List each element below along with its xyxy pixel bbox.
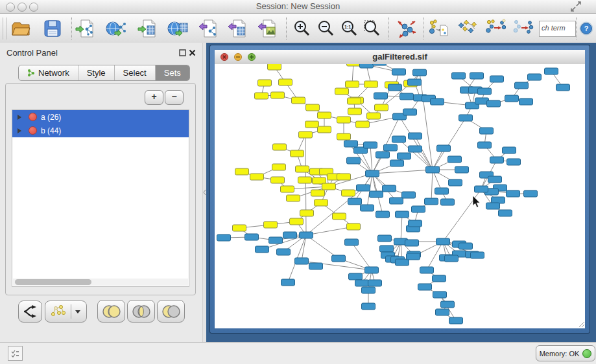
graph-node[interactable] [255,93,268,99]
graph-node[interactable] [426,166,440,173]
graph-node[interactable] [384,144,398,151]
graph-node[interactable] [269,237,283,244]
graph-node[interactable] [233,225,246,231]
export-image-button[interactable] [256,17,278,40]
select-first-neighbors-button[interactable] [456,17,478,40]
graph-node[interactable] [480,128,494,134]
network-canvas[interactable] [215,64,585,328]
graph-node[interactable] [455,166,469,173]
network-view[interactable] [215,64,585,328]
graph-node[interactable] [409,133,422,139]
graph-node[interactable] [298,177,312,183]
graph-node[interactable] [309,263,323,269]
graph-node[interactable] [407,253,420,260]
graph-node[interactable] [347,64,361,66]
graph-node[interactable] [374,93,388,99]
graph-node[interactable] [295,258,309,264]
graph-node[interactable] [490,76,504,82]
network-from-selection-button[interactable] [427,17,449,40]
set-row[interactable]: a (26) [12,110,189,124]
graph-node[interactable] [256,246,269,253]
graph-node[interactable] [524,190,538,197]
graph-node[interactable] [392,69,406,75]
zoom-in-button[interactable] [291,17,313,40]
scrollbar-thumb[interactable] [15,279,91,285]
graph-node[interactable] [277,249,291,255]
graph-node[interactable] [431,98,444,105]
graph-node[interactable] [420,267,434,273]
graph-node[interactable] [413,69,427,76]
graph-node[interactable] [347,157,361,164]
graph-node[interactable] [388,84,402,91]
graph-node[interactable] [545,68,558,74]
graph-node[interactable] [287,195,300,201]
frame-titlebar[interactable]: galFiltered.sif [215,50,585,65]
graph-node[interactable] [245,234,259,240]
graph-node[interactable] [290,218,304,225]
graph-node[interactable] [333,213,346,220]
intersect-sets-button[interactable] [127,300,155,323]
graph-node[interactable] [390,198,403,204]
graph-node[interactable] [355,280,369,286]
import-network-file-button[interactable] [74,17,96,40]
graph-node[interactable] [332,255,346,262]
graph-node[interactable] [273,144,287,150]
graph-node[interactable] [436,238,450,245]
graph-node[interactable] [528,74,542,80]
graph-node[interactable] [368,280,382,286]
graph-node[interactable] [367,113,381,119]
graph-node[interactable] [390,160,404,166]
graph-node[interactable] [299,131,313,138]
memory-status-button[interactable]: Memory: OK [536,345,595,361]
resize-grip-icon[interactable] [579,322,584,327]
window-zoom-button[interactable] [29,3,38,12]
help-button[interactable]: ? [578,17,595,40]
graph-node[interactable] [272,164,286,170]
graph-node[interactable] [433,291,447,298]
show-all-button[interactable] [512,17,534,40]
create-set-from-network-button[interactable] [45,301,87,323]
graph-node[interactable] [361,205,374,211]
window-close-button[interactable] [6,3,15,12]
graph-node[interactable] [305,121,319,128]
graph-node[interactable] [470,73,484,79]
graph-node[interactable] [436,309,449,315]
graph-node[interactable] [503,147,516,154]
graph-node[interactable] [362,287,375,293]
graph-node[interactable] [281,279,295,286]
set-row[interactable]: b (44) [12,124,189,137]
close-panel-icon[interactable] [189,49,196,56]
graph-node[interactable] [370,191,383,198]
graph-node[interactable] [507,190,520,197]
graph-node[interactable] [409,220,422,227]
open-session-button[interactable] [10,17,32,40]
graph-node[interactable] [448,156,462,163]
zoom-selected-button[interactable] [361,17,383,40]
graph-node[interactable] [235,168,249,175]
graph-node[interactable] [349,273,363,280]
graph-node[interactable] [402,192,416,198]
graph-node[interactable] [425,198,438,205]
graph-node[interactable] [396,211,409,218]
graph-node[interactable] [441,301,455,308]
graph-node[interactable] [364,81,378,87]
graph-node[interactable] [507,159,521,165]
graph-node[interactable] [364,142,377,148]
import-network-url-button[interactable] [105,17,127,40]
graph-node[interactable] [405,240,419,246]
graph-node[interactable] [373,64,387,65]
hide-selected-button[interactable] [484,17,507,40]
graph-node[interactable] [300,210,314,216]
graph-node[interactable] [378,235,392,242]
graph-node[interactable] [264,222,278,228]
graph-node[interactable] [398,153,411,159]
graph-node[interactable] [392,136,406,142]
remove-set-button[interactable]: − [165,90,184,105]
save-session-button[interactable] [42,17,64,40]
graph-node[interactable] [478,88,492,95]
graph-node[interactable] [375,104,388,111]
graph-node[interactable] [279,79,292,85]
export-network-button[interactable] [197,17,219,40]
expand-window-icon[interactable] [570,1,582,12]
graph-node[interactable] [433,275,446,282]
